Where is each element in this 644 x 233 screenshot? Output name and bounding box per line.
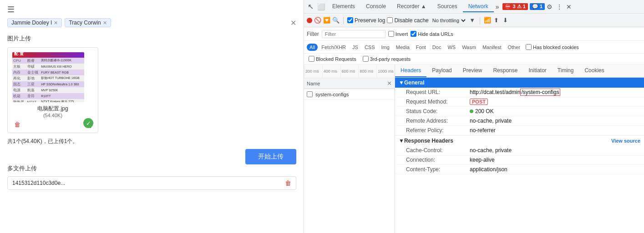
network-toolbar: 🚫 🔽 🔍 Preserve log Disable cache No thro… xyxy=(304,14,644,27)
wifi-icon[interactable]: 📶 xyxy=(484,17,491,24)
blocked-requests-checkbox[interactable] xyxy=(309,56,314,62)
preserve-log-label: Preserve log xyxy=(355,17,385,24)
type-all[interactable]: All xyxy=(307,44,318,51)
devtools-cursor-icon[interactable]: ↖ xyxy=(306,1,315,12)
blocked-requests-label: Blocked Requests xyxy=(316,56,356,62)
has-blocked-cookies-check[interactable]: Has blocked cookies xyxy=(526,44,579,50)
devtools-tab-bar: ↖ ⬜ Elements Console Recorder ▲ Sources … xyxy=(304,0,644,14)
tl-600: 600 ms xyxy=(340,64,359,78)
detail-val-connection: keep-alive xyxy=(470,157,633,163)
upload-icon[interactable]: ⬆ xyxy=(493,17,500,24)
req-name: system-configs xyxy=(315,92,349,97)
filter-row: Filter Invert Hide data URLs xyxy=(304,27,644,41)
download-icon[interactable]: ⬇ xyxy=(502,17,509,24)
general-section-header[interactable]: ▼ General xyxy=(395,78,644,88)
details-tab-initiator[interactable]: Initiator xyxy=(523,64,552,77)
type-fetch-xhr[interactable]: Fetch/XHR xyxy=(319,44,349,51)
invert-check[interactable]: Invert xyxy=(388,31,408,37)
devtools-device-icon[interactable]: ⬜ xyxy=(315,2,327,11)
tab-console[interactable]: Console xyxy=(360,1,391,12)
details-tab-cookies[interactable]: Cookies xyxy=(579,64,609,77)
details-tab-headers[interactable]: Headers xyxy=(395,64,426,77)
tag-label: Tracy Corwin xyxy=(69,20,101,26)
type-media[interactable]: Media xyxy=(393,44,412,51)
has-blocked-cookies-checkbox[interactable] xyxy=(526,44,532,50)
invert-checkbox[interactable] xyxy=(388,31,394,37)
view-source-btn[interactable]: View source xyxy=(611,138,640,144)
disable-cache-checkbox[interactable] xyxy=(387,17,393,23)
response-headers-section-header[interactable]: ▼ Response Headers View source xyxy=(395,135,644,146)
tags-clear-icon[interactable]: ✕ xyxy=(290,19,296,27)
detail-row-url: Request URL: http://dcat.test/admin/syst… xyxy=(395,88,644,97)
hide-data-urls-checkbox[interactable] xyxy=(411,31,416,37)
more-icon[interactable]: ⋮ xyxy=(554,2,564,11)
detail-key-url: Request URL: xyxy=(406,89,470,95)
status-dot xyxy=(470,109,473,113)
devtools-panel: ↖ ⬜ Elements Console Recorder ▲ Sources … xyxy=(304,0,644,233)
third-party-check[interactable]: 3rd-party requests xyxy=(363,56,411,62)
close-devtools-icon[interactable]: ✕ xyxy=(564,2,573,11)
detail-key-method: Request Method: xyxy=(406,99,470,105)
close-details-icon[interactable]: ✕ xyxy=(387,80,392,87)
tag-close-tracy[interactable]: ✕ xyxy=(103,20,107,26)
delete-icon[interactable]: 🗑 xyxy=(14,121,20,128)
blocked-requests-check[interactable]: Blocked Requests xyxy=(309,56,356,62)
filter-icon[interactable]: 🔽 xyxy=(323,17,330,24)
request-item-system-configs[interactable]: system-configs xyxy=(304,89,395,100)
third-party-checkbox[interactable] xyxy=(363,56,369,62)
type-img[interactable]: Img xyxy=(379,44,392,51)
requests-panel: 200 ms 400 ms 600 ms 800 ms 1000 ms Name… xyxy=(304,64,395,233)
tab-network[interactable]: Network xyxy=(463,1,494,12)
filter-input[interactable] xyxy=(322,30,385,38)
preserve-log-check[interactable]: Preserve log xyxy=(347,17,385,24)
hide-data-urls-check[interactable]: Hide data URLs xyxy=(411,31,453,37)
detail-row-method: Request Method: POST xyxy=(395,97,644,107)
upload-section-title: 图片上传 xyxy=(7,35,296,43)
tl-800: 800 ms xyxy=(358,64,376,78)
detail-key-remote: Remote Address: xyxy=(406,118,470,124)
details-panel: Headers Payload Preview Response Initiat… xyxy=(395,64,644,233)
type-wasm[interactable]: Wasm xyxy=(459,44,479,51)
tag-jammie: Jammie Dooley I ✕ xyxy=(7,18,62,27)
type-js[interactable]: JS xyxy=(350,44,361,51)
details-tab-timing[interactable]: Timing xyxy=(552,64,579,77)
type-manifest[interactable]: Manifest xyxy=(480,44,504,51)
tag-close-jammie[interactable]: ✕ xyxy=(54,20,58,26)
detail-val-cache-control: no-cache, private xyxy=(470,147,633,154)
req-checkbox[interactable] xyxy=(307,91,313,97)
type-doc[interactable]: Doc xyxy=(430,44,444,51)
throttle-down-icon[interactable]: ▼ xyxy=(469,17,476,24)
search-icon[interactable]: 🔍 xyxy=(332,17,340,24)
network-body: 200 ms 400 ms 600 ms 800 ms 1000 ms Name… xyxy=(304,64,644,233)
detail-key-status: Status Code: xyxy=(406,108,470,114)
type-other[interactable]: Other xyxy=(505,44,523,51)
tab-recorder[interactable]: Recorder ▲ xyxy=(391,1,432,12)
toolbar-sep-1 xyxy=(343,17,344,24)
third-party-label: 3rd-party requests xyxy=(370,56,411,62)
throttle-select[interactable]: No throttling xyxy=(431,17,467,24)
type-css[interactable]: CSS xyxy=(362,44,378,51)
type-ws[interactable]: WS xyxy=(445,44,458,51)
disable-cache-check[interactable]: Disable cache xyxy=(387,17,428,24)
name-col-label: Name xyxy=(307,81,320,86)
file-size: (54.40K) xyxy=(12,113,93,118)
detail-row-content-type: Content-Type: application/json xyxy=(395,165,644,174)
type-font[interactable]: Font xyxy=(413,44,429,51)
more-tabs-icon[interactable]: » xyxy=(494,2,501,11)
disable-cache-label: Disable cache xyxy=(394,17,428,24)
stop-recording-icon[interactable]: 🚫 xyxy=(314,17,321,24)
details-tab-response[interactable]: Response xyxy=(487,64,523,77)
details-tab-payload[interactable]: Payload xyxy=(426,64,457,77)
menu-icon[interactable]: ☰ xyxy=(7,5,296,15)
settings-icon[interactable]: ⚙ xyxy=(545,2,554,11)
tab-sources[interactable]: Sources xyxy=(432,1,463,12)
toolbar-sep-2 xyxy=(480,17,480,24)
multi-delete-icon[interactable]: 🗑 xyxy=(285,179,291,187)
upload-button[interactable]: 开始上传 xyxy=(245,149,296,164)
preserve-log-checkbox[interactable] xyxy=(347,17,353,23)
detail-row-connection: Connection: keep-alive xyxy=(395,155,644,165)
detail-val-content-type: application/json xyxy=(470,166,633,173)
tab-elements[interactable]: Elements xyxy=(327,1,360,12)
detail-key-referrer: Referrer Policy: xyxy=(406,127,470,134)
details-tab-preview[interactable]: Preview xyxy=(457,64,488,77)
